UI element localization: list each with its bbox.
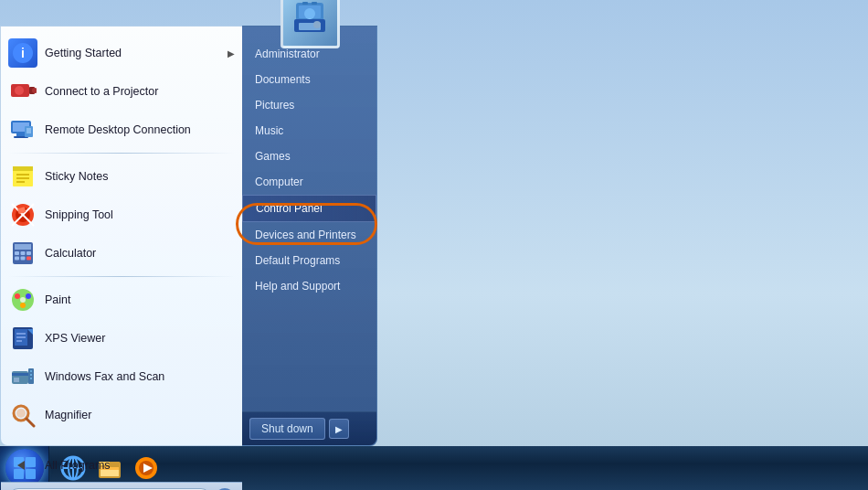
user-avatar-area [242,0,377,48]
menu-item-getting-started[interactable]: i Getting Started ▶ [1,34,242,72]
right-item-help-support[interactable]: Help and Support [242,273,376,299]
magnifier-icon [8,400,37,430]
svg-rect-6 [299,5,321,18]
menu-item-paint[interactable]: Paint [1,281,242,319]
sticky-notes-icon [8,162,37,191]
svg-text:i: i [21,46,25,60]
right-item-games[interactable]: Games [242,144,376,169]
snipping-tool-icon [8,200,37,229]
right-item-music[interactable]: Music [242,118,376,144]
svg-point-12 [15,86,24,95]
start-menu: i Getting Started ▶ Con [0,26,377,446]
connect-projector-icon [8,77,37,106]
separator-2 [8,276,235,277]
svg-point-57 [16,409,26,418]
paint-icon [8,285,37,314]
remote-desktop-icon [8,115,37,144]
menu-item-snipping-tool[interactable]: Snipping Tool [1,196,242,234]
start-menu-body: i Getting Started ▶ Con [0,26,377,446]
right-item-control-panel[interactable]: Control Panel [242,195,376,222]
svg-rect-54 [30,374,32,376]
svg-rect-37 [26,257,31,261]
svg-rect-53 [30,370,32,372]
svg-rect-36 [21,257,26,261]
search-bar: 🔍 [1,482,242,490]
calculator-icon [8,239,37,268]
svg-point-39 [15,293,20,299]
right-item-default-programs[interactable]: Default Programs [242,248,376,273]
svg-rect-16 [16,133,26,136]
svg-rect-32 [15,251,19,255]
menu-item-sticky-notes[interactable]: Sticky Notes [1,157,242,196]
separator-1 [8,153,235,154]
svg-point-41 [20,303,26,308]
snipping-tool-label: Snipping Tool [45,208,235,221]
right-item-pictures[interactable]: Pictures [242,92,376,118]
svg-rect-21 [13,166,33,171]
menu-item-calculator[interactable]: Calculator [1,234,242,272]
svg-rect-33 [21,251,26,255]
right-panel: Administrator Documents Pictures Music G… [242,26,377,446]
right-item-computer[interactable]: Computer [242,169,376,195]
avatar [281,0,340,48]
svg-point-7 [313,21,321,28]
paint-label: Paint [45,293,235,306]
menu-item-connect-projector[interactable]: Connect to a Projector [1,72,242,111]
menu-item-xps-viewer[interactable]: XPS Viewer [1,319,242,357]
connect-projector-label: Connect to a Projector [45,85,235,98]
right-item-documents[interactable]: Documents [242,67,376,92]
left-panel-items: i Getting Started ▶ Con [1,27,242,442]
menu-item-windows-fax[interactable]: Windows Fax and Scan [1,357,242,396]
xps-viewer-icon [8,324,37,353]
left-panel: i Getting Started ▶ Con [0,26,242,446]
svg-rect-35 [15,257,19,261]
svg-point-42 [20,297,26,303]
svg-line-58 [26,419,34,426]
svg-marker-59 [17,461,25,470]
all-programs-label: All Programs [45,459,235,472]
svg-rect-55 [30,378,32,379]
menu-item-magnifier[interactable]: Magnifier [1,396,242,434]
getting-started-icon: i [8,38,37,68]
svg-rect-5 [312,2,317,5]
getting-started-arrow: ▶ [228,48,235,59]
all-programs-item[interactable]: All Programs [1,449,242,482]
svg-rect-52 [14,378,19,382]
right-item-devices-printers[interactable]: Devices and Printers [242,222,376,248]
calculator-label: Calculator [45,247,235,260]
shutdown-bar: Shut down ▶ [242,411,376,445]
svg-rect-50 [12,373,28,376]
all-programs-icon [8,451,37,480]
shutdown-arrow-button[interactable]: ▶ [329,419,349,439]
svg-rect-4 [302,2,308,5]
right-panel-items: Administrator Documents Pictures Music G… [242,37,376,411]
menu-item-remote-desktop[interactable]: Remote Desktop Connection [1,111,242,149]
svg-rect-19 [26,128,31,133]
shutdown-button[interactable]: Shut down [249,418,325,440]
magnifier-label: Magnifier [45,409,235,421]
remote-desktop-label: Remote Desktop Connection [45,123,235,136]
svg-point-40 [26,293,31,299]
getting-started-label: Getting Started [45,47,228,59]
sticky-notes-label: Sticky Notes [45,170,235,183]
windows-fax-icon [8,362,37,391]
windows-fax-label: Windows Fax and Scan [45,370,235,383]
xps-viewer-label: XPS Viewer [45,332,235,345]
svg-rect-31 [15,244,31,250]
svg-rect-34 [26,251,31,255]
